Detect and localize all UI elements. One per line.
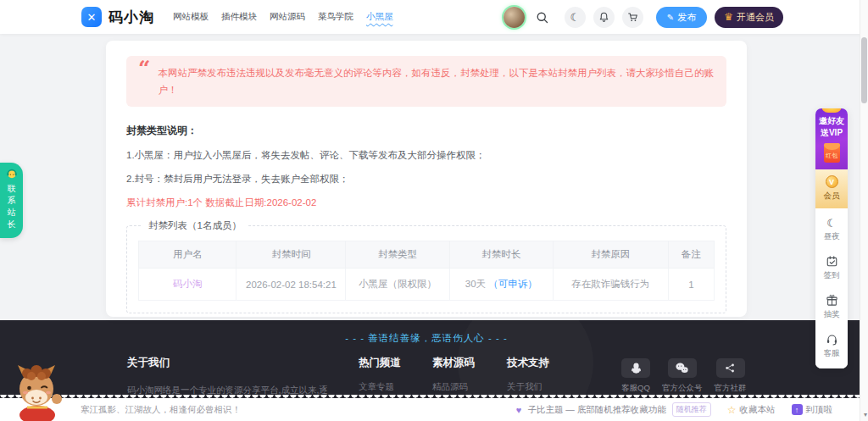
table-header-row: 用户名 封禁时间 封禁类型 封禁时长 封禁原因 备注 [139,241,715,269]
bell-icon [598,12,609,23]
header-ban-time: 封禁时间 [236,241,346,269]
lottery-button[interactable]: 抽奖 [815,287,848,326]
community-link[interactable]: 官方社群 [715,358,747,394]
footer-about: 关于我们 码小淘网络是一个专业的资源分享平台,成立以来,逐步发展壮大,目前已有口… [127,356,335,398]
ban-type-item-2: 2.封号：禁封后用户无法登录，失去账户全部权限； [126,173,726,186]
cart-icon [627,12,638,23]
bottom-bar: 寒江孤影、江湖故人，相逢何必曾相识！ ♥ 子比主题 — 底部随机推荐收藏功能 随… [0,398,868,421]
search-icon[interactable] [535,9,550,25]
logo-icon: ✕ [81,7,102,27]
ban-duration-cell: 30天 （可申诉） [449,269,553,301]
theme-credit[interactable]: 子比主题 — 底部随机推荐收藏功能 [527,404,665,416]
warning-alert: “ 本网站严禁发布违法违规以及发布毫无意义的评论等内容，如有违反，封禁处理，以下… [126,56,726,107]
menu-item-academy[interactable]: 菜鸟学院 [318,11,353,23]
day-night-label: 昼夜 [824,231,840,242]
header-username: 用户名 [139,241,236,269]
ban-type-cell: 小黑屋（限权限） [346,269,449,301]
wechat-official[interactable]: 官方公众号 [662,358,703,394]
theme-tag[interactable]: 随机推荐 [672,402,711,417]
check-in-label: 签到 [824,270,840,281]
footer-column-title: 热门频道 [359,356,401,370]
header-note: 备注 [668,241,714,269]
vip-rail-button[interactable]: V 会员 [815,169,848,208]
notifications-button[interactable] [593,7,615,28]
header-ban-duration: 封禁时长 [449,241,553,269]
footer-column-support: 技术支持 关于我们 广告投放 [507,356,549,398]
navbar-right: ☾ ✎ 发布 ♛ 开通会员 [504,7,783,28]
cart-button[interactable] [622,7,643,28]
footer-link[interactable]: 文章专题 [359,381,401,393]
up-arrow-icon: ↑ [792,404,803,415]
ban-reason-cell: 存在欺诈骗钱行为 [553,269,668,301]
dark-mode-toggle[interactable]: ☾ [565,7,586,28]
note-cell: 1 [668,269,714,301]
table-row: 码小淘 2026-02-02 18:54:21 小黑屋（限权限） 30天 （可申… [139,269,715,301]
footer-column-channels: 热门频道 文章专题 热门话题 [359,356,401,398]
bottom-quote: 寒江孤影、江湖故人，相逢何必曾相识！ [81,404,241,416]
gift-icon [826,294,838,307]
support-face-icon [6,168,18,180]
favorite-label: 收藏本站 [740,404,776,416]
warning-text: 本网站严禁发布违法违规以及发布毫无意义的评论等内容，如有违反，封禁处理，以下是本… [158,63,715,98]
heart-icon: ♥ [516,405,522,415]
contact-webmaster-button[interactable]: 联系站长 [0,163,23,238]
menu-item-plugins[interactable]: 插件模块 [221,11,257,23]
pencil-icon: ✎ [667,13,674,22]
page-root: ✕ 码小淘 网站模板 插件模块 网站源码 菜鸟学院 小黑屋 ☾ [0,0,868,421]
vip-rail-label: 会员 [815,191,848,202]
wechat-label: 官方公众号 [662,383,703,394]
mascot-horse-image [5,363,68,421]
headset-icon [826,333,838,346]
star-icon: ☆ [727,404,737,416]
scrollbar-thumb[interactable] [861,37,867,103]
lottery-label: 抽奖 [824,309,840,320]
main-menu: 网站模板 插件模块 网站源码 菜鸟学院 小黑屋 [173,11,393,23]
menu-item-templates[interactable]: 网站模板 [173,11,209,23]
moon-icon: ☾ [826,218,837,229]
closing-message: - - - 善语结善缘，恶语伤人心 - - - [126,332,726,345]
favorite-site-button[interactable]: ☆ 收藏本站 [727,404,776,416]
day-night-toggle[interactable]: ☾ 昼夜 [815,211,848,248]
customer-service-button[interactable]: 客服 [815,326,848,365]
duration-text: 30天 [465,279,489,289]
footer-column-title: 技术支持 [507,356,549,370]
customer-service-label: 客服 [824,348,840,359]
to-top-label: 到顶啦 [806,404,833,416]
ban-list-legend: 封禁列表（1名成员） [142,219,248,232]
page-scrollbar[interactable]: ▾ [860,0,868,421]
appeal-link[interactable]: （可申诉） [488,279,537,289]
footer-link[interactable]: 精品源码 [432,381,475,393]
banned-username-link[interactable]: 码小淘 [173,279,203,289]
logo-text: 码小淘 [108,8,154,27]
open-vip-button[interactable]: ♛ 开通会员 [715,7,783,28]
header-ban-reason: 封禁原因 [553,241,668,269]
calendar-icon [826,255,838,268]
publish-label: 发布 [677,11,696,24]
contact-webmaster-label: 联系站长 [6,183,17,230]
ban-type-title: 封禁类型说明： [126,124,726,138]
vip-badge-icon: V [826,175,838,188]
back-to-top-button[interactable]: ↑ 到顶啦 [792,404,833,416]
footer-about-title: 关于我们 [127,356,335,370]
scrollbar-down-arrow[interactable]: ▾ [864,411,867,418]
quote-icon: “ [138,63,150,98]
ban-list-fieldset: 封禁列表（1名成员） 用户名 封禁时间 封禁类型 封禁时长 封禁原因 备注 码小… [126,219,726,313]
check-in-button[interactable]: 签到 [815,248,848,287]
publish-button[interactable]: ✎ 发布 [656,7,707,28]
footer-link[interactable]: 关于我们 [507,381,549,393]
menu-item-source[interactable]: 网站源码 [270,11,305,23]
share-icon [725,363,736,374]
invite-line-1: 邀好友 [815,115,848,127]
bottom-bar-right: ♥ 子比主题 — 底部随机推荐收藏功能 随机推荐 ☆ 收藏本站 ↑ 到顶啦 [516,402,832,417]
ban-stats: 累计封禁用户:1个 数据截止日期:2026-02-02 [126,197,726,209]
top-navbar: ✕ 码小淘 网站模板 插件模块 网站源码 菜鸟学院 小黑屋 ☾ [0,0,868,34]
site-logo[interactable]: ✕ 码小淘 [81,7,154,27]
rail-tools: ☾ 昼夜 签到 抽奖 客服 [815,208,848,368]
invite-friends-card[interactable]: 邀好友 送VIP 红包 [815,108,848,169]
qq-icon [630,362,643,374]
right-floating-rail: 邀好友 送VIP 红包 V 会员 ☾ 昼夜 签到 抽奖 [815,108,848,368]
qq-contact[interactable]: 客服QQ [621,358,650,394]
ban-type-item-1: 1.小黑屋：用户拉入小黑屋后，将失去发帖、评论、下载等发布及大部分操作权限； [126,149,726,162]
menu-item-blackroom[interactable]: 小黑屋 [366,11,393,23]
user-avatar[interactable] [504,7,525,28]
